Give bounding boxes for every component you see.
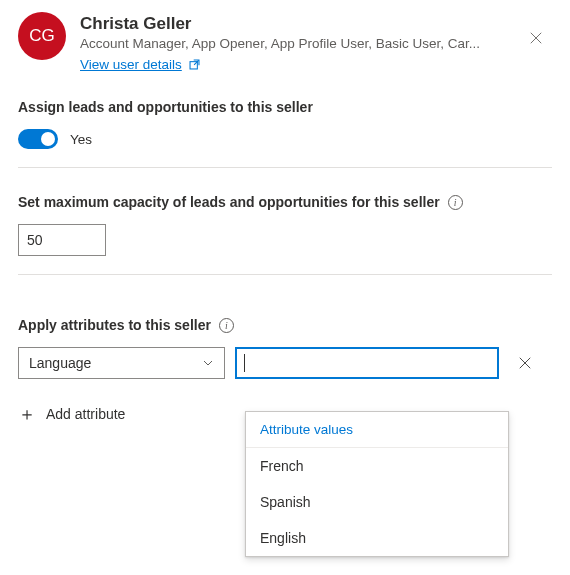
add-attribute-button[interactable]: ＋ Add attribute: [18, 403, 125, 425]
close-icon: [518, 356, 532, 370]
dropdown-item[interactable]: Spanish: [246, 484, 508, 520]
dropdown-item[interactable]: English: [246, 520, 508, 556]
capacity-title-row: Set maximum capacity of leads and opport…: [18, 194, 552, 210]
attribute-type-select[interactable]: Language: [18, 347, 225, 379]
capacity-input[interactable]: [18, 224, 106, 256]
info-icon[interactable]: i: [219, 318, 234, 333]
plus-icon: ＋: [18, 405, 36, 423]
info-icon[interactable]: i: [448, 195, 463, 210]
divider: [18, 274, 552, 275]
divider: [18, 167, 552, 168]
dropdown-item[interactable]: French: [246, 448, 508, 484]
open-in-new-icon: [188, 58, 201, 71]
chevron-down-icon: [202, 357, 214, 369]
view-user-details-label: View user details: [80, 57, 182, 72]
assign-title: Assign leads and opportunities to this s…: [18, 99, 552, 115]
remove-attribute-button[interactable]: [509, 347, 541, 379]
user-info: Christa Geller Account Manager, App Open…: [80, 12, 552, 73]
attribute-value-input-wrap: [235, 347, 499, 379]
avatar: CG: [18, 12, 66, 60]
user-roles: Account Manager, App Opener, App Profile…: [80, 36, 500, 51]
view-user-details-link[interactable]: View user details: [80, 57, 201, 72]
assign-toggle-row: Yes: [18, 129, 552, 149]
assign-toggle-label: Yes: [70, 132, 92, 147]
attribute-row: Language: [18, 347, 552, 379]
attributes-title-row: Apply attributes to this seller i: [18, 317, 552, 333]
close-icon: [529, 31, 543, 45]
attributes-title: Apply attributes to this seller: [18, 317, 211, 333]
attribute-type-value: Language: [29, 355, 91, 371]
text-caret: [244, 354, 245, 372]
add-attribute-label: Add attribute: [46, 406, 125, 422]
capacity-title: Set maximum capacity of leads and opport…: [18, 194, 440, 210]
close-button[interactable]: [520, 22, 552, 54]
attribute-values-dropdown[interactable]: Attribute values FrenchSpanishEnglish: [245, 411, 509, 557]
attribute-value-input[interactable]: [235, 347, 499, 379]
assign-toggle[interactable]: [18, 129, 58, 149]
user-header: CG Christa Geller Account Manager, App O…: [18, 12, 552, 73]
user-name: Christa Geller: [80, 14, 552, 34]
dropdown-header: Attribute values: [246, 412, 508, 448]
